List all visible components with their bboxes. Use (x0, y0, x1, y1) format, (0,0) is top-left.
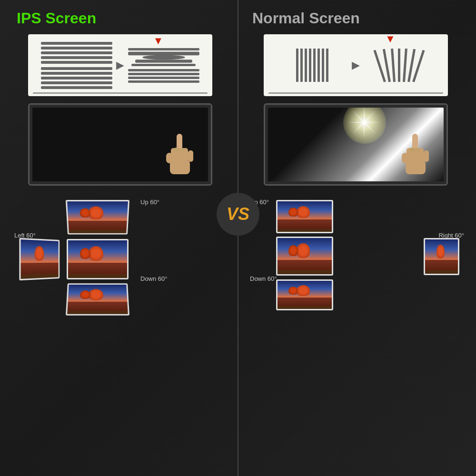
ips-monitor-outer (28, 103, 212, 186)
ips-up-label: Up 60° (140, 198, 159, 206)
ips-monitor-screen (32, 108, 208, 181)
center-divider (238, 0, 238, 476)
svg-rect-11 (406, 160, 426, 174)
normal-diagram-inner: ▶ ▼ (264, 34, 448, 96)
svg-point-12 (409, 148, 415, 151)
svg-rect-10 (424, 150, 429, 162)
left-panel: IPS Screen ▶ (0, 0, 238, 476)
ips-hand-icon (160, 131, 198, 179)
ips-monitor-wrap (28, 103, 212, 186)
normal-title: Normal Screen (248, 10, 360, 27)
normal-monitor-outer (264, 103, 448, 186)
svg-rect-3 (188, 150, 193, 162)
normal-angles-section: Up 60° Right 60° Down 60° (248, 195, 464, 298)
main-container: VS IPS Screen ▶ (0, 0, 476, 476)
svg-rect-4 (170, 160, 190, 174)
normal-down-label: Down 60° (250, 275, 277, 282)
svg-point-6 (180, 148, 185, 151)
normal-center-thumb (276, 237, 333, 276)
normal-hand-icon (396, 131, 434, 179)
ips-down-label: Down 60° (140, 275, 168, 282)
svg-point-5 (174, 148, 179, 151)
ips-diagram-inner: ▶ ▼ (28, 34, 212, 96)
right-panel: Normal Screen ▶ (238, 0, 476, 476)
svg-point-13 (416, 148, 420, 151)
vs-text: VS (227, 204, 249, 224)
normal-up-thumb (276, 200, 333, 233)
ips-title: IPS Screen (12, 10, 96, 27)
normal-down-thumb (276, 279, 333, 310)
normal-diagram-box: ▶ ▼ (264, 34, 448, 96)
normal-angles-container: Up 60° Right 60° Down 60° (248, 198, 464, 298)
vs-badge: VS (217, 193, 259, 236)
ips-left-thumb (19, 238, 60, 281)
normal-monitor-wrap (264, 103, 448, 186)
ips-angles-container: Up 60° Left 60° Down 60° (12, 198, 228, 298)
ips-diagram-box: ▶ ▼ (28, 34, 212, 96)
ips-angles-section: Up 60° Left 60° Down 60° (12, 195, 228, 298)
ips-center-thumb (67, 239, 129, 279)
ips-down-thumb (66, 283, 129, 316)
normal-monitor-screen (268, 108, 444, 181)
normal-right-thumb (424, 238, 459, 275)
ips-up-thumb (66, 200, 129, 235)
